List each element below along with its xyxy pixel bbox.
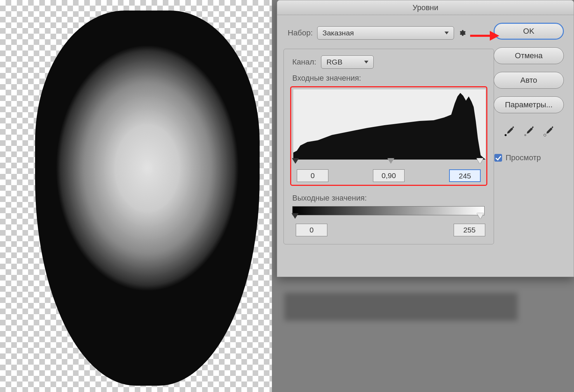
- svg-point-2: [544, 134, 546, 136]
- channel-label: Канал:: [292, 58, 316, 67]
- channel-value: RGB: [326, 58, 342, 66]
- black-point-eyedropper-icon[interactable]: [503, 125, 515, 137]
- input-gamma-field[interactable]: 0,90: [373, 169, 405, 182]
- chevron-down-icon: [445, 32, 449, 34]
- dialog-shadow: [284, 293, 518, 321]
- gray-point-eyedropper-icon[interactable]: [523, 125, 535, 137]
- chevron-down-icon: [364, 61, 368, 63]
- output-slider-track[interactable]: [292, 215, 485, 222]
- dialog-title: Уровни: [277, 0, 574, 15]
- input-white-slider[interactable]: [476, 158, 483, 164]
- preview-label: Просмотр: [506, 153, 541, 162]
- svg-point-0: [505, 134, 507, 136]
- input-levels-label: Входные значения:: [292, 74, 487, 83]
- output-gradient: [292, 206, 485, 215]
- levels-dialog: Уровни Набор: Заказная Канал: RGB Входны…: [277, 0, 574, 277]
- image-layer-portrait: [35, 11, 260, 386]
- input-gamma-slider[interactable]: [387, 158, 394, 164]
- output-black-slider[interactable]: [292, 213, 299, 219]
- input-slider-track[interactable]: [293, 160, 484, 167]
- auto-button[interactable]: Авто: [494, 72, 564, 89]
- options-button[interactable]: Параметры...: [494, 96, 564, 113]
- input-black-field[interactable]: 0: [297, 169, 328, 182]
- gear-icon[interactable]: [458, 29, 466, 37]
- preset-select[interactable]: Заказная: [317, 26, 454, 40]
- white-point-eyedropper-icon[interactable]: [542, 125, 554, 137]
- input-white-field[interactable]: 245: [449, 169, 481, 182]
- output-levels-label: Выходные значения:: [292, 194, 487, 203]
- histogram: [293, 89, 486, 160]
- preset-value: Заказная: [322, 29, 354, 37]
- output-black-field[interactable]: 0: [296, 224, 327, 236]
- output-white-slider[interactable]: [477, 213, 484, 219]
- svg-point-1: [524, 134, 526, 136]
- canvas-checkerboard: [0, 0, 272, 392]
- input-levels-highlighted: 0 0,90 245: [290, 86, 487, 186]
- cancel-button[interactable]: Отмена: [494, 47, 564, 64]
- output-white-field[interactable]: 255: [454, 224, 485, 236]
- preset-label: Набор:: [288, 28, 317, 38]
- preview-checkbox[interactable]: [494, 154, 502, 162]
- channel-select[interactable]: RGB: [321, 55, 374, 69]
- ok-button[interactable]: OK: [494, 23, 564, 40]
- input-black-slider[interactable]: [292, 158, 299, 164]
